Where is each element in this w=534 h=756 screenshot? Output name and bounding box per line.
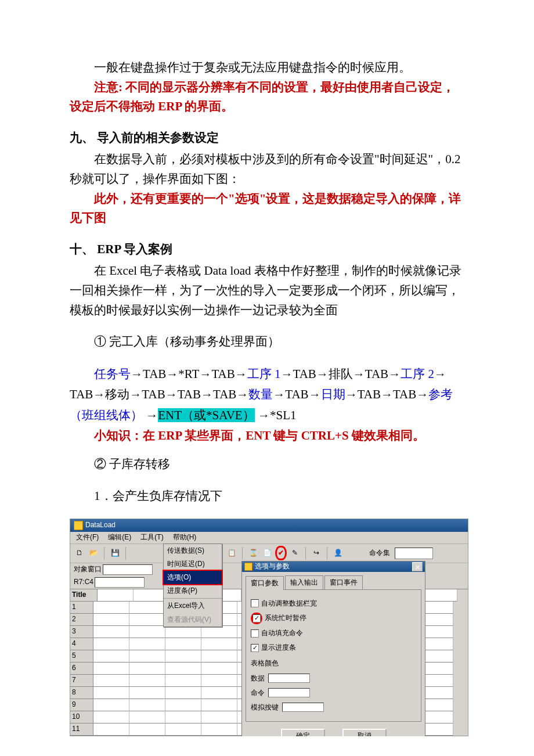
menu-options[interactable]: 选项(O) [164, 571, 222, 584]
warn-icon[interactable]: 👤 [332, 548, 344, 559]
color-swatch[interactable] [268, 688, 310, 697]
cancel-button[interactable]: 取消 [342, 729, 387, 736]
check-doc-icon[interactable]: 📄 [261, 548, 273, 559]
dialog-title: 选项与参数 [255, 561, 290, 572]
new-icon[interactable]: 🗋 [74, 548, 85, 559]
menubar: 文件(F) 编辑(E) 工具(T) 帮助(H) [70, 532, 468, 544]
tab-events[interactable]: 窗口事件 [324, 575, 363, 589]
row-header: 2 [70, 614, 93, 626]
row-header: 6 [70, 663, 93, 675]
color-data-label: 数据 [251, 673, 265, 684]
sequence-line: 任务号→TAB→*RT→TAB→工序 1→TAB→排队→TAB→工序 2→ [70, 364, 464, 385]
cmdset-label: 命令集 [369, 548, 390, 559]
tab-io[interactable]: 输入输出 [285, 575, 323, 589]
menu-help[interactable]: 帮助(H) [168, 531, 201, 544]
menu-file[interactable]: 文件(F) [71, 531, 103, 544]
step-sub: 1．会产生负库存情况下 [70, 487, 464, 506]
chk-pause-busy: 系统忙时暂停 [265, 613, 306, 624]
sequence-line: TAB→移动→TAB→TAB→TAB→数量→TAB→日期→TAB→TAB→参考（… [70, 384, 464, 426]
paste-icon[interactable]: 📋 [226, 548, 237, 559]
tip-paragraph: 小知识：在 ERP 某些界面，ENT 键与 CTRL+S 键效果相同。 [70, 426, 464, 446]
cellref-label: R7:C4 [74, 577, 93, 588]
row-header: 3 [70, 626, 93, 638]
dialog-icon [244, 563, 252, 571]
tools-dropdown: 传送数据(S) 时间延迟(D) 选项(O) 进度条(P) 从Excel导入 查看… [163, 543, 222, 627]
row-header: 5 [70, 650, 93, 663]
menu-tools[interactable]: 工具(T) [136, 531, 168, 544]
options-dialog: 选项与参数 ✕ 窗口参数 输入输出 窗口事件 自动调整数据栏宽 系统忙时暂停 自… [241, 561, 425, 736]
row-header: 4 [70, 638, 93, 650]
cellref-input[interactable] [95, 577, 145, 588]
step-label: ① 完工入库（移动事务处理界面） [70, 332, 464, 352]
checkbox[interactable] [252, 614, 261, 622]
chk-progress: 显示进度条 [261, 642, 296, 653]
menu-time-delay[interactable]: 时间延迟(D) [164, 557, 222, 571]
wand-icon[interactable]: ✎ [289, 548, 301, 559]
color-swatch[interactable] [282, 703, 324, 712]
target-window-label: 对象窗口 [74, 564, 102, 575]
checkbox[interactable] [251, 599, 259, 607]
row-header: 8 [70, 687, 93, 699]
row-header: 7 [70, 675, 93, 687]
menu-edit[interactable]: 编辑(E) [103, 531, 136, 544]
circled-check-icon[interactable]: ✔ [275, 546, 287, 560]
chk-auto-width: 自动调整数据栏宽 [261, 598, 317, 609]
tab-window-params[interactable]: 窗口参数 [246, 576, 284, 590]
open-icon[interactable]: 📂 [88, 548, 99, 559]
notice-paragraph: 注意: 不同的显示器分辨率有不同的设置，最好由使用者自己设定，设定后不得拖动 E… [70, 78, 464, 117]
paragraph: 一般在键盘操作过于复杂或无法应用键盘指令的时候应用。 [70, 58, 464, 78]
row-header: 9 [70, 699, 93, 711]
row-header: 1 [70, 602, 93, 614]
chk-autofill: 自动填充命令 [261, 628, 303, 639]
row-header: 10 [70, 711, 93, 723]
save-icon[interactable]: 💾 [109, 548, 121, 559]
color-swatch[interactable] [268, 674, 310, 683]
step-label: ② 子库存转移 [70, 455, 464, 474]
heading-9: 九、 导入前的相关参数设定 [70, 128, 464, 148]
row-header: 11 [70, 723, 93, 736]
notice-paragraph: 此外，还有更重要的一个"选项"设置，这是数据稳定导入的保障，详见下图 [70, 189, 464, 228]
heading-10: 十、 ERP 导入案例 [70, 240, 464, 260]
menu-progress[interactable]: 进度条(P) [164, 584, 222, 597]
menu-import-excel[interactable]: 从Excel导入 [164, 599, 222, 613]
color-keys-label: 模拟按键 [251, 702, 279, 713]
paragraph: 在数据导入前，必须对模板中涉及到的所有命令设置"时间延迟"，0.2 秒就可以了，… [70, 150, 464, 189]
app-title: DataLoad [85, 520, 116, 531]
paragraph: 在 Excel 电子表格或 Data load 表格中作好整理，制作的时候就像记… [70, 261, 464, 320]
checkbox[interactable] [251, 629, 259, 638]
group-label: 表格颜色 [251, 658, 416, 669]
hourglass-icon[interactable]: ⌛ [247, 548, 259, 559]
ok-button[interactable]: 确定 [281, 729, 325, 736]
checkbox[interactable] [251, 644, 259, 652]
app-screenshot: DataLoad 文件(F) 编辑(E) 工具(T) 帮助(H) 🗋 📂 💾 📋… [70, 519, 468, 736]
color-cmd-label: 命令 [251, 687, 265, 699]
export-icon[interactable]: ↪ [311, 548, 322, 559]
close-icon[interactable]: ✕ [412, 562, 423, 571]
col-header: Title [70, 589, 98, 602]
titlebar: DataLoad [70, 519, 468, 532]
app-icon [74, 521, 83, 530]
cmdset-input[interactable] [395, 548, 433, 559]
menu-send-data[interactable]: 传送数据(S) [164, 544, 222, 557]
menu-view-src: 查看源代码(V) [164, 613, 222, 627]
target-window-input[interactable] [103, 564, 153, 575]
